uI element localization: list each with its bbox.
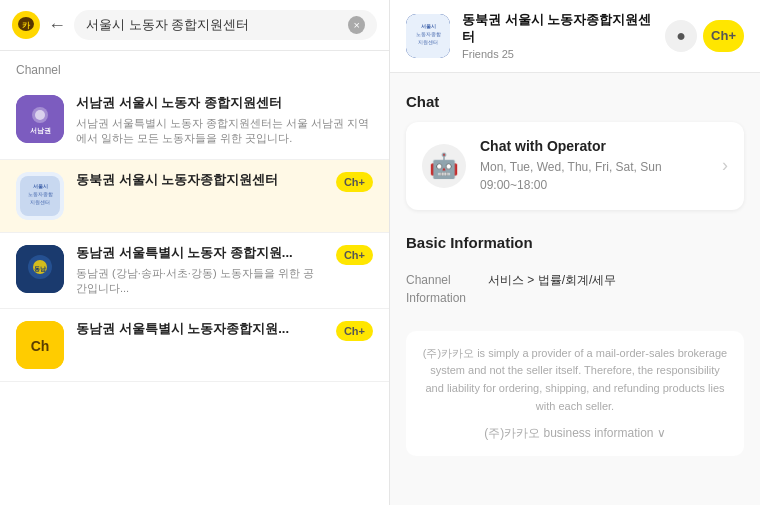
- app-logo: 카: [12, 11, 40, 39]
- channel-item-3[interactable]: 동남 동남권 서울특별시 노동자 종합지원... 동남권 (강남·송파·서초·강…: [0, 233, 389, 310]
- channel-item-2[interactable]: 서울시 노동자종합 지원센터 동북권 서울시 노동자종합지원센터 Ch+: [0, 160, 389, 233]
- channel-avatar-2: 서울시 노동자종합 지원센터: [16, 172, 64, 220]
- svg-text:서울시: 서울시: [421, 23, 436, 29]
- right-header-info: 동북권 서울시 노동자종합지원센터 Friends 25: [462, 12, 653, 60]
- basic-info-row-1: Channel Information 서비스 > 법률/회계/세무: [406, 263, 744, 315]
- right-header: 서울시 노동자종합 지원센터 동북권 서울시 노동자종합지원센터 Friends…: [390, 0, 760, 73]
- channel-info-3: 동남권 서울특별시 노동자 종합지원... 동남권 (강남·송파·서초·강동) …: [76, 245, 324, 297]
- svg-text:서울시: 서울시: [33, 183, 48, 189]
- basic-info-value-1: 서비스 > 법률/회계/세무: [488, 271, 744, 307]
- channel-add-btn-2[interactable]: Ch+: [336, 172, 373, 192]
- disclaimer-text: (주)카카오 is simply a provider of a mail-or…: [422, 345, 728, 415]
- channel-avatar-4: Ch: [16, 321, 64, 369]
- operator-arrow-icon: ›: [722, 155, 728, 176]
- left-panel: 카 ← × Channel 서남권 서남권 서울시 노동자 종합지원센터: [0, 0, 390, 505]
- channel-avatar-3: 동남: [16, 245, 64, 293]
- basic-info-label-1: Channel Information: [406, 271, 476, 307]
- channel-item-1[interactable]: 서남권 서남권 서울시 노동자 종합지원센터 서남권 서울특별시 노동자 종합지…: [0, 83, 389, 160]
- svg-text:서남권: 서남권: [30, 127, 51, 135]
- message-button[interactable]: ●: [665, 20, 697, 52]
- right-content: Chat 🤖 Chat with Operator Mon, Tue, Wed,…: [390, 73, 760, 505]
- business-info-link[interactable]: (주)카카오 business information ∨: [422, 425, 728, 442]
- channel-name-3: 동남권 서울특별시 노동자 종합지원...: [76, 245, 324, 262]
- chat-operator-card[interactable]: 🤖 Chat with Operator Mon, Tue, Wed, Thu,…: [406, 122, 744, 210]
- chat-section-title: Chat: [406, 93, 744, 110]
- right-header-avatar: 서울시 노동자종합 지원센터: [406, 14, 450, 58]
- operator-info: Chat with Operator Mon, Tue, Wed, Thu, F…: [480, 138, 708, 194]
- channel-info-4: 동남권 서울특별시 노동자종합지원...: [76, 321, 324, 342]
- svg-point-4: [35, 110, 45, 120]
- right-header-name: 동북권 서울시 노동자종합지원센터: [462, 12, 653, 46]
- operator-hours: Mon, Tue, Wed, Thu, Fri, Sat, Sun 09:00~…: [480, 158, 708, 194]
- channel-section-label: Channel: [0, 51, 389, 83]
- basic-info-section: Basic Information Channel Information 서비…: [406, 234, 744, 315]
- channel-name-4: 동남권 서울특별시 노동자종합지원...: [76, 321, 324, 338]
- svg-text:지원센터: 지원센터: [30, 199, 50, 205]
- channel-name-1: 서남권 서울시 노동자 종합지원센터: [76, 95, 373, 112]
- operator-icon: 🤖: [422, 144, 466, 188]
- channel-avatar-1: 서남권: [16, 95, 64, 143]
- right-panel: 서울시 노동자종합 지원센터 동북권 서울시 노동자종합지원센터 Friends…: [390, 0, 760, 505]
- channel-add-btn-4[interactable]: Ch+: [336, 321, 373, 341]
- channel-item-4[interactable]: Ch 동남권 서울특별시 노동자종합지원... Ch+: [0, 309, 389, 382]
- right-header-actions: ● Ch+: [665, 20, 744, 52]
- clear-button[interactable]: ×: [348, 16, 365, 34]
- channel-info-1: 서남권 서울시 노동자 종합지원센터 서남권 서울특별시 노동자 종합지원센터는…: [76, 95, 373, 147]
- basic-info-title: Basic Information: [406, 234, 744, 251]
- chat-add-button[interactable]: Ch+: [703, 20, 744, 52]
- svg-text:카: 카: [22, 21, 31, 30]
- channel-info-2: 동북권 서울시 노동자종합지원센터: [76, 172, 324, 193]
- search-input[interactable]: [86, 18, 342, 33]
- channel-name-2: 동북권 서울시 노동자종합지원센터: [76, 172, 324, 189]
- channel-action-3: Ch+: [336, 245, 373, 265]
- channel-action-2: Ch+: [336, 172, 373, 192]
- channel-action-4: Ch+: [336, 321, 373, 341]
- back-button[interactable]: ←: [48, 15, 66, 36]
- svg-text:동남: 동남: [34, 266, 47, 272]
- svg-text:노동자종합: 노동자종합: [28, 191, 53, 197]
- search-bar: 카 ← ×: [0, 0, 389, 51]
- channel-desc-3: 동남권 (강남·송파·서초·강동) 노동자들을 위한 공간입니다...: [76, 266, 324, 297]
- svg-text:지원센터: 지원센터: [418, 40, 438, 45]
- svg-text:노동자종합: 노동자종합: [416, 32, 441, 37]
- channel-list: 서남권 서남권 서울시 노동자 종합지원센터 서남권 서울특별시 노동자 종합지…: [0, 83, 389, 505]
- svg-text:Ch: Ch: [31, 338, 50, 354]
- channel-add-btn-3[interactable]: Ch+: [336, 245, 373, 265]
- search-input-wrap: ×: [74, 10, 377, 40]
- right-header-friends: Friends 25: [462, 48, 653, 60]
- disclaimer-box: (주)카카오 is simply a provider of a mail-or…: [406, 331, 744, 456]
- channel-desc-1: 서남권 서울특별시 노동자 종합지원센터는 서울 서남권 지역에서 일하는 모든…: [76, 116, 373, 147]
- operator-name: Chat with Operator: [480, 138, 708, 154]
